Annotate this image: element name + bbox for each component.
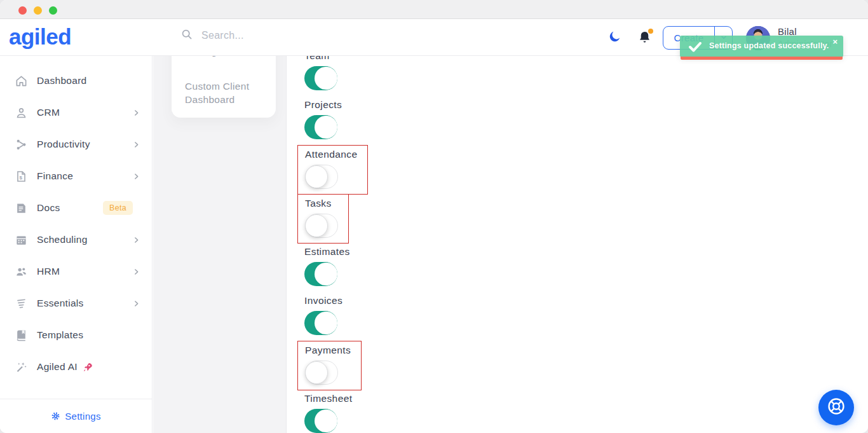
chevron-right-icon [132, 299, 140, 308]
toggle-row-tasks: Tasks [304, 196, 339, 238]
notifications-button[interactable] [637, 30, 653, 45]
sidebar-item-essentials[interactable]: Essentials [0, 287, 152, 319]
sidebar: DashboardCRMProductivity$FinanceDocsBeta… [0, 56, 153, 433]
highlight-box: Attendance [297, 145, 368, 195]
toggle-label: Attendance [305, 148, 357, 160]
toast-message: Settings updated successfully. [709, 41, 829, 50]
check-icon [688, 39, 703, 54]
chevron-right-icon [132, 109, 140, 117]
sidebar-item-label: Dashboard [37, 75, 87, 86]
sidebar-item-hrm[interactable]: HRM [0, 256, 152, 287]
chevron-right-icon [132, 268, 140, 276]
zoom-button[interactable] [49, 6, 57, 15]
projects-toggle[interactable] [304, 115, 337, 139]
module-toggles-panel: TeamProjectsAttendanceTasksEstimatesInvo… [286, 56, 868, 433]
sidebar-nav: DashboardCRMProductivity$FinanceDocsBeta… [0, 65, 152, 383]
rocket-icon [83, 362, 93, 373]
hierarchy-icon [15, 139, 27, 151]
toggle-group: Projects [304, 99, 342, 139]
sidebar-item-label: HRM [37, 266, 60, 277]
tasks-toggle[interactable] [305, 214, 338, 238]
sidebar-item-productivity[interactable]: Productivity [0, 128, 152, 160]
toggle-row-payments: Payments [304, 343, 351, 385]
close-button[interactable] [18, 6, 27, 15]
settings-subnav-strip: Setting Custom Client Dashboard [153, 56, 286, 433]
beta-badge: Beta [103, 201, 133, 215]
attendance-toggle[interactable] [305, 165, 338, 189]
toggle-row-attendance: Attendance [304, 148, 358, 189]
toast-close-icon[interactable]: × [832, 38, 837, 46]
chevron-right-icon [132, 236, 140, 244]
search-icon [180, 28, 193, 43]
global-search [180, 28, 341, 43]
dark-mode-toggle[interactable] [608, 30, 623, 45]
toggle-row-team: Team [304, 56, 337, 90]
toggle-knob [305, 165, 328, 188]
toggle-knob [315, 263, 337, 285]
toggle-label: Team [304, 56, 337, 62]
app-window: agiled Create [0, 0, 868, 433]
sidebar-item-label: Productivity [37, 139, 90, 150]
chevron-right-icon [132, 141, 140, 149]
help-button[interactable] [818, 390, 854, 425]
sidebar-item-agiled-ai[interactable]: Agiled AI [0, 351, 152, 383]
toggle-group: Team [304, 56, 337, 90]
gear-icon [51, 411, 60, 421]
invoices-toggle[interactable] [304, 311, 337, 335]
sidebar-item-scheduling[interactable]: Scheduling [0, 224, 152, 256]
toggle-knob [315, 409, 337, 432]
toggle-group: Invoices [304, 294, 342, 335]
sidebar-item-crm[interactable]: CRM [0, 97, 152, 128]
toggle-label: Timesheet [304, 392, 352, 404]
sidebar-item-finance[interactable]: $Finance [0, 160, 152, 192]
toast-notification: Settings updated successfully. × [680, 36, 843, 57]
toggle-knob [315, 67, 337, 90]
user-icon [15, 107, 27, 119]
notification-dot [648, 29, 653, 34]
toggle-label: Estimates [304, 245, 350, 258]
toggle-knob [315, 312, 337, 334]
team-toggle[interactable] [304, 66, 337, 90]
payments-toggle[interactable] [305, 361, 338, 385]
subnav-item-custom-client-dashboard[interactable]: Custom Client Dashboard [185, 79, 261, 106]
settings-subnav-card: Setting Custom Client Dashboard [172, 56, 276, 118]
sidebar-item-dashboard[interactable]: Dashboard [0, 65, 152, 97]
docs-icon [15, 202, 27, 214]
highlight-box: Tasks [297, 194, 349, 244]
sidebar-item-templates[interactable]: Templates [0, 319, 152, 351]
estimates-toggle[interactable] [304, 262, 337, 286]
layers-icon [15, 298, 27, 310]
toggle-knob [315, 116, 337, 139]
minimize-button[interactable] [34, 6, 42, 15]
moon-icon [608, 34, 621, 45]
agiled-logo[interactable]: agiled [9, 24, 71, 50]
search-input[interactable] [201, 30, 341, 41]
toggle-row-projects: Projects [304, 99, 342, 139]
sidebar-settings-button[interactable]: Settings [0, 399, 152, 433]
people-icon [15, 266, 27, 278]
sidebar-item-label: Agiled AI [37, 361, 78, 373]
toggle-label: Tasks [305, 197, 338, 209]
toggle-group: Timesheet [304, 392, 352, 433]
toast-progress-bar [681, 57, 843, 60]
sidebar-settings-label: Settings [65, 411, 101, 422]
toggle-row-invoices: Invoices [304, 294, 342, 335]
sidebar-item-label: CRM [37, 107, 60, 118]
book-icon [15, 329, 27, 341]
toggle-label: Projects [304, 99, 342, 111]
toggle-label: Payments [305, 344, 351, 356]
toggle-label: Invoices [304, 294, 342, 306]
toggle-row-timesheet: Timesheet [304, 392, 352, 433]
timesheet-toggle[interactable] [304, 409, 337, 433]
subnav-item-setting[interactable]: Setting [185, 56, 217, 58]
toggle-row-estimates: Estimates [304, 245, 350, 286]
page-body: DashboardCRMProductivity$FinanceDocsBeta… [0, 56, 868, 433]
sidebar-item-label: Essentials [37, 298, 84, 309]
highlight-box: Payments [297, 341, 362, 390]
sidebar-item-label: Scheduling [37, 234, 88, 245]
toggle-knob [305, 214, 328, 237]
sidebar-item-docs[interactable]: DocsBeta [0, 192, 152, 224]
wand-icon [15, 361, 27, 373]
sidebar-item-label: Docs [37, 202, 60, 214]
lifebuoy-icon [826, 396, 846, 419]
